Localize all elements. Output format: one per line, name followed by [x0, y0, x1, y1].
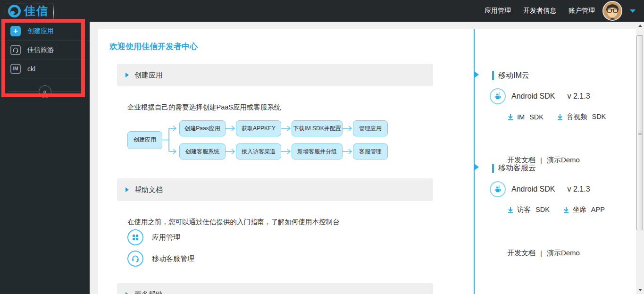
sidebar-item-label: 佳信旅游: [27, 46, 54, 54]
flow-branches: 创建Paas应用 获取APPKEY 下载IM SDK并配置 管理应用 创建客服系…: [179, 120, 388, 160]
top-right: 应用管理 开发者信息 账户管理: [485, 1, 644, 21]
scroll-up-button[interactable]: [636, 22, 644, 30]
flow-step: 创建客服系统: [179, 143, 226, 160]
download-link-av-sdk[interactable]: 音视频 SDK: [557, 112, 606, 121]
top-nav: 应用管理 开发者信息 账户管理: [485, 7, 595, 15]
sidebar-item-label: 创建应用: [27, 27, 54, 35]
section-header-more-help[interactable]: 更多帮助: [117, 283, 433, 294]
download-icon: [557, 114, 563, 120]
avatar-image: [603, 2, 621, 20]
download-link-im-sdk[interactable]: IM SDK: [507, 113, 544, 121]
arrow-right-icon: [226, 148, 236, 155]
download-link-agent-app[interactable]: 坐席 APP: [563, 205, 605, 214]
triangle-down-icon: [638, 289, 642, 291]
flow-step: 获取APPKEY: [236, 120, 281, 136]
help-link-app-management[interactable]: 应用管理: [127, 229, 180, 245]
arrow-right-icon: [343, 125, 353, 132]
right-panel: 移动IM云 Android SDK v 2.1.3 IM SDK: [474, 22, 636, 294]
arrow-right-icon: [226, 125, 236, 132]
flow-step: 接入访客渠道: [236, 143, 281, 160]
sdk-name: Android SDK: [511, 185, 555, 193]
flow-row-service: 创建客服系统 接入访客渠道 新增客服并分组 客服管理: [179, 143, 388, 160]
link-separator: |: [540, 156, 542, 164]
arrow-right-icon: [281, 148, 292, 155]
flow-step: 下载IM SDK并配置: [292, 120, 343, 136]
triangle-bullet-icon: [125, 292, 129, 294]
triangle-bullet-icon: [125, 187, 129, 192]
double-chevron-left-icon: «: [43, 88, 47, 95]
panel-section-title-service-cloud: 移动客服云: [492, 163, 536, 173]
arrow-right-icon: [281, 125, 292, 132]
download-row: 访客 SDK 坐席 APP: [507, 205, 605, 214]
download-link-visitor-sdk[interactable]: 访客 SDK: [507, 205, 550, 214]
arrow-right-icon: [343, 148, 353, 155]
grip-icon: [638, 132, 642, 135]
sdk-version: v 2.1.3: [568, 92, 590, 101]
demo-link[interactable]: 演示Demo: [547, 249, 580, 258]
plus-icon: +: [10, 26, 21, 36]
link-separator: |: [540, 249, 542, 257]
sidebar-item-jiaxin-travel[interactable]: 佳信旅游: [0, 41, 90, 59]
flow-branch-connector: [162, 120, 179, 160]
sidebar-item-ckl[interactable]: IM ckl: [0, 59, 90, 78]
flow-step: 创建Paas应用: [179, 120, 226, 136]
section-marker-icon: [474, 71, 479, 78]
nav-item-app-management[interactable]: 应用管理: [485, 7, 511, 15]
flow-step: 新增客服并分组: [292, 143, 343, 160]
flow-row-paas: 创建Paas应用 获取APPKEY 下载IM SDK并配置 管理应用: [179, 120, 388, 136]
doc-links-row: 开发文档 | 演示Demo: [507, 249, 580, 258]
panel-section-title-im-cloud: 移动IM云: [492, 71, 529, 81]
top-bar: 佳信 应用管理 开发者信息 账户管理: [0, 0, 644, 22]
android-icon: [490, 181, 506, 197]
scrollbar[interactable]: [636, 22, 644, 294]
download-icon: [563, 207, 569, 213]
download-icon: [507, 114, 514, 120]
sdk-row: Android SDK v 2.1.3: [490, 181, 590, 197]
sidebar-item-label: ckl: [27, 65, 35, 73]
section-marker-icon: [474, 163, 479, 171]
scroll-down-button[interactable]: [636, 286, 644, 294]
sidebar-item-create-app[interactable]: + 创建应用: [0, 22, 90, 41]
dev-docs-link[interactable]: 开发文档: [507, 249, 535, 258]
title-bar-icon: [492, 71, 494, 80]
flow-diagram: 创建应用 创建Paas应用 获取APPKEY 下载IM SDK并配置 管理应用 …: [127, 120, 388, 160]
headset-icon: [127, 251, 143, 267]
sdk-row: Android SDK v 2.1.3: [490, 88, 590, 104]
logo-icon: [8, 5, 21, 17]
android-icon: [490, 88, 506, 104]
nav-item-account-management[interactable]: 账户管理: [569, 7, 595, 15]
title-bar-icon: [492, 164, 494, 173]
avatar[interactable]: [602, 1, 622, 21]
grid-icon: [127, 229, 143, 245]
logo[interactable]: 佳信: [5, 3, 54, 19]
collapse-sidebar-button[interactable]: «: [39, 85, 51, 98]
demo-link[interactable]: 演示Demo: [547, 156, 580, 165]
page-title: 欢迎使用佳信开发者中心: [109, 41, 198, 52]
headset-icon: [10, 45, 21, 55]
sdk-version: v 2.1.3: [568, 185, 590, 193]
triangle-bullet-icon: [125, 73, 129, 77]
help-description: 在使用之前，您可以通过佳信提供的入门指南，了解如何使用本控制台: [127, 218, 340, 227]
nav-item-developer-info[interactable]: 开发者信息: [523, 7, 556, 15]
sidebar: + 创建应用 佳信旅游 IM ckl «: [0, 22, 90, 294]
sidebar-collapse-row: «: [0, 80, 90, 103]
flow-root-box: 创建应用: [127, 131, 162, 149]
flow-step: 客服管理: [353, 143, 388, 160]
help-link-mobile-service-management[interactable]: 移动客服管理: [127, 251, 194, 267]
triangle-up-icon: [638, 25, 642, 27]
im-badge-icon: IM: [10, 64, 21, 74]
download-row: IM SDK 音视频 SDK: [507, 112, 606, 121]
download-icon: [507, 207, 514, 213]
section-header-create-app[interactable]: 创建应用: [117, 64, 433, 86]
logo-text: 佳信: [24, 5, 49, 17]
scroll-thumb[interactable]: [636, 35, 643, 230]
flow-step: 管理应用: [353, 120, 388, 136]
sdk-name: Android SDK: [511, 92, 555, 101]
chevron-down-icon[interactable]: [630, 9, 636, 13]
create-app-description: 企业根据自己的需要选择创建PaaS应用或客服系统: [127, 103, 281, 112]
section-header-help-docs[interactable]: 帮助文档: [117, 178, 433, 201]
